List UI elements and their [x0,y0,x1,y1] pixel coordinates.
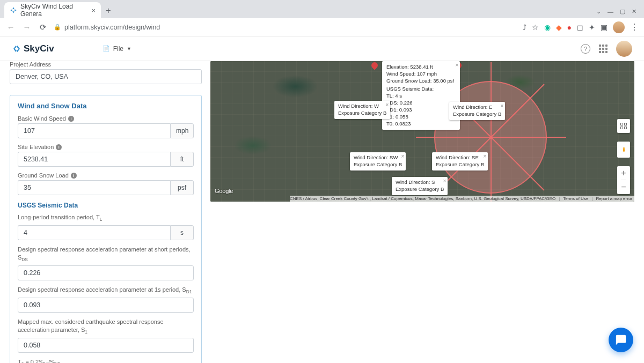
new-tab-button[interactable]: + [101,3,116,18]
wind-speed-label: Basic Wind Speed [18,115,66,122]
map-attribution: Keyboard shortcuts | Imagery ©2022, CNES… [290,196,634,202]
brand-name: SkyCiv [24,43,54,54]
elevation-label: Site Elevation [18,144,54,150]
info-icon[interactable]: i [71,173,77,179]
reload-button[interactable]: ⟳ [38,23,48,32]
window-controls: ⌄ — ▢ ✕ [596,8,640,18]
browser-toolbar: ← → ⟳ 🔒 platform.skyciv.com/design/wind … [0,18,644,36]
help-icon[interactable]: ? [581,44,590,54]
browser-titlebar: SkyCiv Wind Load Genera × + ⌄ — ▢ ✕ [0,0,644,18]
zoom-controls: + − [617,166,630,194]
skyciv-favicon [10,6,17,14]
file-icon: 📄 [103,45,110,52]
elevation-unit: ft [170,152,194,167]
chevron-down-icon: ▼ [127,46,131,51]
snow-input[interactable] [18,180,170,195]
close-icon[interactable]: × [455,62,458,69]
minimize-icon[interactable]: — [608,9,613,15]
seismic-title: USGS Seismic Data [18,202,194,209]
wind-snow-card: Wind and Snow Data Basic Wind Speed i mp… [10,95,202,363]
tl-input[interactable] [18,225,170,240]
extensions-puzzle-icon[interactable]: ✦ [589,23,595,32]
t0-label: T0 = 0.2SD1/SDS [18,358,194,363]
app-header: SkyCiv 📄 File ▼ ? [0,36,644,61]
close-icon[interactable]: × [500,102,503,110]
extension-teal-icon[interactable]: ◉ [544,23,551,32]
snow-unit: psf [170,180,194,195]
panel-icon[interactable]: ▣ [601,23,608,32]
wind-speed-unit: mph [170,123,194,138]
chat-fab[interactable] [609,328,633,352]
tl-unit: s [170,225,194,240]
close-icon[interactable]: × [401,153,404,160]
google-logo: Google [215,188,233,194]
forward-button[interactable]: → [21,23,32,32]
tab-close-icon[interactable]: × [91,6,96,14]
close-icon[interactable]: × [385,101,389,109]
profile-avatar[interactable] [613,21,625,33]
address-bar[interactable]: 🔒 platform.skyciv.com/design/wind [54,24,517,31]
extension-red-icon[interactable]: ● [567,23,572,32]
wind-e-tooltip: × Wind Direction: EExposure Category B [449,102,505,120]
map-type-toggle[interactable] [617,119,630,133]
sd1-label: Design spectral response acceleration pa… [18,286,194,295]
chevron-down-icon[interactable]: ⌄ [596,8,601,15]
svg-point-0 [623,147,624,149]
map-view[interactable]: × Elevation: 5238.41 ft Wind Speed: 107 … [210,61,634,202]
share-icon[interactable]: ⤴ [523,23,526,32]
svg-rect-1 [623,149,624,151]
wind-s-tooltip: × Wind Direction: SExposure Category B [392,177,448,195]
chat-icon [615,334,627,346]
close-icon[interactable]: × [443,177,446,185]
project-address-label: Project Address [10,61,202,68]
extension-gray-icon[interactable]: ◻ [577,23,583,32]
file-menu[interactable]: 📄 File ▼ [103,45,131,53]
file-label: File [113,45,123,53]
streetview-pegman[interactable] [617,142,630,158]
apps-grid-icon[interactable] [599,45,608,53]
sd1-input[interactable] [18,298,194,313]
info-icon[interactable]: i [56,144,62,150]
site-data-tooltip: × Elevation: 5238.41 ft Wind Speed: 107 … [382,61,460,130]
zoom-in-button[interactable]: + [621,166,626,180]
terms-link[interactable]: Terms of Use [563,196,588,201]
maximize-icon[interactable]: ▢ [620,8,625,15]
wind-w-tooltip: × Wind Direction: WExposure Category B [334,101,390,119]
s1-label: Mapped max. considered earthquake spectr… [18,318,194,336]
star-icon[interactable]: ☆ [532,23,539,32]
extension-orange-icon[interactable]: ◆ [556,23,562,32]
logo-icon [12,44,21,54]
lock-icon: 🔒 [54,24,61,31]
close-window-icon[interactable]: ✕ [632,8,636,15]
sds-label: Design spectral response acceleration pa… [18,246,194,263]
zoom-out-button[interactable]: − [621,180,626,194]
snow-label: Ground Snow Load [18,172,69,179]
card-title: Wind and Snow Data [18,102,194,110]
close-icon[interactable]: × [483,153,486,160]
wind-speed-input[interactable] [18,123,170,138]
wind-se-tooltip: × Wind Direction: SEExposure Category B [432,152,488,171]
tl-label: Long-period transition period, TL [18,213,194,223]
wind-sw-tooltip: × Wind Direction: SWExposure Category B [350,152,406,171]
sds-input[interactable] [18,265,194,280]
browser-tab[interactable]: SkyCiv Wind Load Genera × [4,2,101,18]
form-panel: Project Address Wind and Snow Data Basic… [10,61,202,357]
tab-title: SkyCiv Wind Load Genera [20,3,88,18]
url-text: platform.skyciv.com/design/wind [64,24,160,31]
info-icon[interactable]: i [68,116,74,122]
project-address-input[interactable] [10,69,202,84]
elevation-input[interactable] [18,152,170,167]
skyciv-logo[interactable]: SkyCiv [12,43,54,54]
user-avatar[interactable] [616,41,632,57]
kebab-menu-icon[interactable]: ⋮ [630,22,639,32]
report-map-error-link[interactable]: Report a map error [596,196,632,201]
s1-input[interactable] [18,338,194,353]
back-button[interactable]: ← [5,23,16,32]
